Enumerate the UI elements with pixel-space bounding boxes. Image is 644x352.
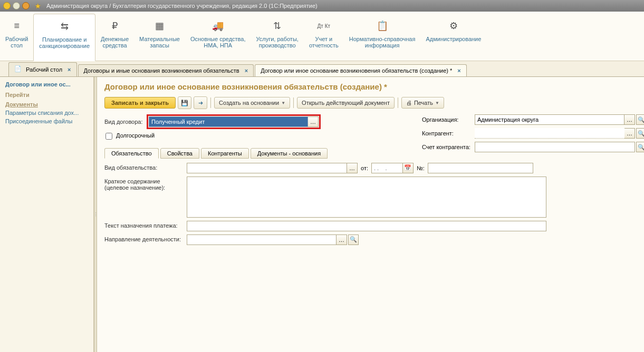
post-button[interactable]: ➜	[194, 96, 207, 109]
window-btn-1c-icon[interactable]	[3, 2, 11, 9]
nav-money[interactable]: ₽Денежные средства	[95, 14, 134, 61]
sidebar-link-attached-files[interactable]: Присоединенные файлы	[5, 118, 88, 124]
tab-close-icon[interactable]: ×	[68, 66, 71, 73]
planning-icon: ⇆	[57, 19, 71, 33]
nav-planning[interactable]: ⇆Планирование и санкционирование	[33, 14, 95, 61]
arrow-right-icon: ➜	[198, 100, 203, 106]
sidebar-section-documents[interactable]: Документы	[5, 101, 88, 107]
main-menu: ≡Рабочий стол ⇆Планирование и санкционир…	[0, 12, 644, 61]
print-button[interactable]: 🖨Печать▼	[401, 97, 444, 109]
calendar-icon: 📅	[404, 164, 411, 171]
clipboard-icon: 📋	[376, 19, 389, 33]
magnifier-icon: 🔍	[638, 116, 644, 123]
summary-label: Краткое содержание (целевое назначение):	[104, 177, 187, 191]
window-title: Администрация округа / Бухгалтерия госуд…	[46, 3, 318, 9]
magnifier-icon: 🔍	[350, 236, 357, 243]
subtab-counterparties[interactable]: Контрагенты	[201, 148, 249, 159]
ellipsis-icon: …	[310, 119, 316, 125]
payment-text-label: Текст назначения платежа:	[104, 221, 187, 229]
nav-admin[interactable]: ⚙Администрирование	[420, 14, 486, 61]
calendar-button[interactable]: 📅	[403, 163, 414, 173]
activity-label: Направление деятельности:	[104, 234, 187, 242]
tab-desktop[interactable]: 📄 Рабочий стол ×	[8, 62, 77, 76]
window-titlebar: ★ Администрация округа / Бухгалтерия гос…	[0, 0, 644, 12]
document-tabs: 📄 Рабочий стол × Договоры и иные основан…	[0, 61, 644, 77]
longterm-label: Долгосрочный	[116, 132, 155, 139]
contract-type-label: Вид договора:	[104, 119, 147, 125]
gear-icon: ⚙	[447, 19, 460, 33]
chevron-down-icon: ▼	[281, 101, 285, 105]
summary-textarea[interactable]	[187, 177, 546, 218]
magnifier-icon: 🔍	[638, 144, 644, 151]
tab-close-icon[interactable]: ×	[457, 67, 460, 74]
select-button[interactable]: …	[624, 114, 635, 125]
subtab-basis-documents[interactable]: Документы - основания	[251, 148, 328, 159]
select-button[interactable]: …	[347, 163, 358, 173]
ellipsis-icon: …	[627, 116, 632, 123]
nav-accounting[interactable]: Дт КтУчет и отчетность	[304, 14, 344, 61]
window-btn-min-icon[interactable]	[13, 2, 20, 9]
menu-lines-icon: ≡	[10, 19, 24, 33]
create-based-on-button[interactable]: Создать на основании▼	[214, 97, 290, 109]
open-button[interactable]: 🔍	[636, 114, 644, 125]
nav-reference[interactable]: 📋Нормативно-справочная информация	[344, 14, 421, 61]
subtab-obligation[interactable]: Обязательство	[104, 148, 159, 159]
highlighted-field: …	[147, 114, 321, 129]
nav-desktop[interactable]: ≡Рабочий стол	[0, 14, 33, 61]
ellipsis-icon: …	[349, 165, 355, 171]
workarea: Договор или иное ос... Перейти Документы…	[0, 77, 644, 352]
subtab-properties[interactable]: Свойства	[160, 148, 199, 159]
number-input[interactable]	[428, 163, 533, 173]
separator	[398, 97, 398, 108]
separator	[293, 97, 294, 108]
tab-contracts-list[interactable]: Договоры и иные основания возникновения …	[78, 64, 254, 76]
chevron-down-icon: ▼	[435, 101, 439, 105]
ruble-icon: ₽	[108, 19, 122, 33]
counterparty-input[interactable]	[475, 128, 624, 139]
longterm-checkbox[interactable]	[105, 133, 112, 140]
form-panel: Договор или иное основание возникновения…	[97, 77, 644, 352]
form-toolbar: Записать и закрыть 💾 ➜ Создать на основа…	[104, 96, 637, 109]
ellipsis-icon: …	[339, 237, 344, 243]
activity-input[interactable]	[187, 234, 337, 245]
desktop-icon: 📄	[14, 65, 23, 74]
save-button[interactable]: 💾	[178, 96, 191, 109]
favorite-star-icon[interactable]: ★	[35, 2, 41, 10]
nav-services[interactable]: ⇅Услуги, работы, производство	[251, 14, 304, 61]
sidebar-link-writeoff-params[interactable]: Параметры списания дох...	[5, 110, 88, 116]
counterparty-account-label: Счет контрагента:	[422, 144, 475, 150]
number-label: №:	[417, 165, 425, 171]
counterparty-label: Контрагент:	[422, 130, 475, 136]
obligation-type-label: Вид обязательства:	[104, 163, 187, 171]
sidebar: Договор или иное ос... Перейти Документы…	[0, 77, 94, 352]
nav-assets[interactable]: 🚚Основные средства, НМА, НПА	[185, 14, 251, 61]
open-button[interactable]: 🔍	[636, 128, 644, 139]
diskette-icon: 💾	[181, 100, 188, 106]
from-label: от:	[361, 165, 368, 171]
tab-contract-create[interactable]: Договор или иное основание возникновения…	[255, 64, 467, 76]
open-button[interactable]: 🔍	[636, 142, 644, 152]
select-button[interactable]: …	[337, 234, 347, 245]
open-current-doc-button[interactable]: Открыть действующий документ	[297, 97, 395, 109]
counterparty-account-input[interactable]	[475, 142, 635, 152]
magnifier-icon: 🔍	[638, 130, 644, 137]
select-button[interactable]: …	[308, 116, 319, 127]
boxes-icon: ▦	[153, 19, 167, 33]
separator	[210, 97, 211, 108]
window-btn-close-icon[interactable]	[22, 2, 30, 9]
payment-text-input[interactable]	[187, 221, 546, 231]
tab-close-icon[interactable]: ×	[245, 67, 248, 74]
sidebar-section-goto[interactable]: Перейти	[5, 92, 88, 98]
save-close-button[interactable]: Записать и закрыть	[104, 97, 176, 109]
organization-label: Организация:	[422, 116, 475, 123]
open-button[interactable]: 🔍	[348, 234, 359, 245]
obligation-type-input[interactable]	[187, 163, 347, 173]
truck-icon: 🚚	[211, 19, 225, 33]
organization-input[interactable]	[475, 114, 624, 125]
contract-type-input[interactable]	[149, 116, 308, 127]
date-input[interactable]	[371, 163, 403, 173]
nav-materials[interactable]: ▦Материальные запасы	[134, 14, 185, 61]
select-button[interactable]: …	[624, 128, 635, 139]
page-heading: Договор или иное основание возникновения…	[104, 82, 637, 91]
ellipsis-icon: …	[627, 130, 632, 136]
